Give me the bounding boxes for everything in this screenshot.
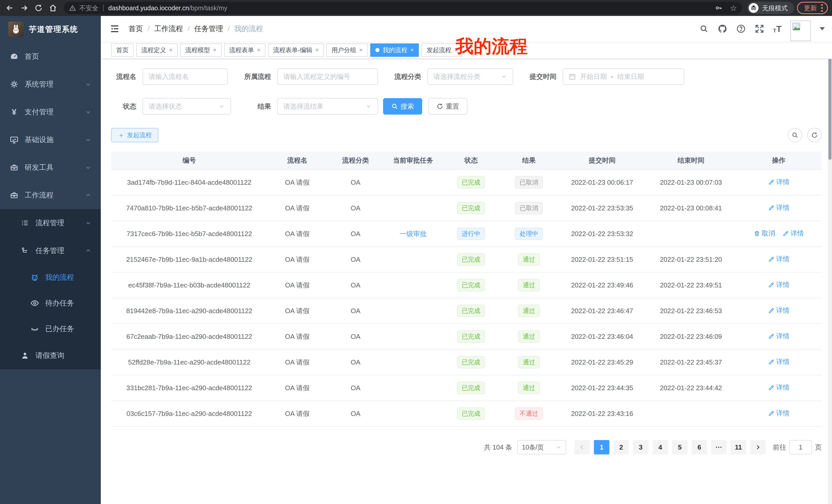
tab-首页[interactable]: 首页	[111, 44, 134, 57]
next-page-button[interactable]	[750, 440, 766, 454]
scrollbar[interactable]	[828, 16, 832, 504]
browser-back-icon[interactable]	[4, 2, 16, 13]
browser-update-button[interactable]: 更新	[797, 2, 828, 14]
sidebar-item-10[interactable]: 已办任务	[0, 316, 101, 342]
result-select[interactable]: 请选择流结果	[277, 98, 378, 115]
page-size-select[interactable]: 10条/页	[517, 440, 566, 454]
chevron-down-icon	[85, 81, 92, 88]
close-icon[interactable]: ×	[169, 47, 173, 53]
app-logo-row[interactable]: 芋道管理系统	[0, 16, 101, 43]
close-icon[interactable]: ×	[213, 47, 216, 53]
row-action-详情[interactable]: 详情	[782, 229, 804, 238]
row-action-详情[interactable]: 详情	[768, 255, 789, 263]
sidebar-item-6[interactable]: 流程管理	[0, 209, 101, 237]
pager-page-1[interactable]: 1	[594, 440, 609, 454]
search-button[interactable]: 搜索	[383, 98, 422, 115]
row-action-详情[interactable]: 详情	[768, 203, 789, 212]
toggle-search-button[interactable]	[788, 128, 802, 142]
row-action-详情[interactable]: 详情	[768, 177, 789, 187]
hamburger-icon[interactable]	[109, 23, 120, 34]
tab-流程表单[interactable]: 流程表单×	[224, 44, 266, 57]
close-icon[interactable]: ×	[257, 47, 260, 53]
row-action-详情[interactable]: 详情	[768, 306, 789, 315]
cell-result: 通过	[500, 272, 558, 298]
process-name-input[interactable]	[142, 68, 228, 85]
status-badge: 已完成	[457, 356, 485, 368]
table-row: 52ffd28e-7b9a-11ec-a290-acde48001122OA 请…	[111, 349, 822, 375]
password-key-icon[interactable]	[714, 4, 723, 12]
sidebar-item-9[interactable]: 待办任务	[0, 290, 101, 316]
pager-page-3[interactable]: 3	[633, 440, 648, 454]
close-icon[interactable]: ×	[315, 47, 319, 53]
sidebar-item-1[interactable]: 系统管理	[0, 71, 101, 98]
sidebar-item-8[interactable]: 我的流程	[0, 264, 101, 290]
tab-label: 首页	[116, 46, 129, 54]
sidebar-item-3[interactable]: 基础设施	[0, 126, 101, 153]
tab-流程表单-编辑[interactable]: 流程表单-编辑×	[268, 44, 324, 57]
cell-id: 819442e8-7b9a-11ec-a290-acde48001122	[111, 298, 267, 324]
tab-我的流程[interactable]: 我的流程×	[370, 44, 419, 57]
browser-forward-icon[interactable]	[19, 2, 30, 13]
row-action-详情[interactable]: 详情	[768, 357, 789, 366]
reset-button[interactable]: 重置	[428, 98, 467, 115]
cell-result: 已取消	[500, 195, 558, 221]
breadcrumb-item[interactable]: 任务管理	[194, 24, 223, 34]
row-action-详情[interactable]: 详情	[768, 409, 789, 418]
refresh-table-button[interactable]	[807, 128, 822, 142]
status-select[interactable]: 请选择状态	[142, 98, 231, 115]
fontsize-icon[interactable]: TT	[773, 24, 782, 33]
plus-icon: ＋	[118, 132, 125, 138]
tab-流程定义[interactable]: 流程定义×	[136, 44, 178, 57]
pager-page-5[interactable]: 5	[672, 440, 687, 454]
pager-page-4[interactable]: 4	[653, 440, 668, 454]
row-action-取消[interactable]: 取消	[754, 229, 775, 238]
edit-icon	[768, 359, 775, 365]
row-action-详情[interactable]: 详情	[768, 332, 789, 341]
avatar-caret-icon[interactable]	[820, 27, 825, 30]
tab-用户分组[interactable]: 用户分组×	[326, 44, 368, 57]
chevron-right-icon	[755, 444, 761, 450]
cell-result: 不通过	[500, 401, 558, 426]
cell-task	[384, 349, 442, 375]
browser-reload-icon[interactable]	[33, 2, 44, 13]
row-action-详情[interactable]: 详情	[768, 383, 789, 392]
search-icon[interactable]	[699, 24, 709, 34]
browser-menu-dots-icon[interactable]	[821, 4, 823, 12]
submit-time-range-picker[interactable]: 开始日期 - 结束日期	[563, 68, 684, 85]
breadcrumb-item[interactable]: 工作流程	[154, 24, 183, 34]
github-icon[interactable]	[718, 24, 727, 34]
browser-home-icon[interactable]	[47, 2, 59, 13]
goto-page-input[interactable]	[789, 440, 812, 454]
cell-result: 通过	[500, 298, 558, 324]
sidebar-item-2[interactable]: ¥支付管理	[0, 98, 101, 126]
address-bar[interactable]: 不安全 dashboard.yudao.iocoder.cn/bpm/task/…	[64, 2, 742, 14]
close-icon[interactable]: ×	[410, 47, 414, 53]
prev-page-button[interactable]	[574, 440, 590, 454]
sidebar-item-7[interactable]: 任务管理	[0, 237, 101, 264]
pager-more[interactable]: ···	[711, 440, 727, 454]
avatar[interactable]	[790, 21, 811, 41]
sidebar-item-5[interactable]: 工作流程	[0, 181, 101, 209]
create-process-button[interactable]: ＋ 发起流程	[111, 128, 158, 142]
current-task-link[interactable]: 一级审批	[400, 229, 426, 239]
sidebar-item-4[interactable]: 研发工具	[0, 153, 101, 181]
row-action-详情[interactable]: 详情	[768, 280, 789, 289]
sidebar-item-11[interactable]: 请假查询	[0, 342, 101, 369]
bookmark-star-icon[interactable]: ☆	[730, 4, 737, 12]
status-badge: 已完成	[457, 279, 485, 291]
cell-status: 进行中	[442, 221, 500, 247]
pager-page-11[interactable]: 11	[731, 440, 746, 454]
breadcrumb-item[interactable]: 首页	[129, 24, 143, 34]
sidebar-item-0[interactable]: 首页	[0, 43, 101, 71]
row-action-label: 详情	[776, 203, 789, 212]
fullscreen-icon[interactable]	[755, 24, 764, 34]
process-definition-input[interactable]	[277, 68, 378, 85]
help-icon[interactable]	[736, 24, 746, 34]
pager-page-2[interactable]: 2	[614, 440, 629, 454]
pager-page-6[interactable]: 6	[692, 440, 707, 454]
delete-icon	[754, 230, 760, 237]
category-select[interactable]: 请选择流程分类	[427, 68, 513, 85]
tab-流程模型[interactable]: 流程模型×	[180, 44, 222, 57]
cell-actions: 详情	[736, 401, 822, 426]
close-icon[interactable]: ×	[359, 47, 363, 53]
